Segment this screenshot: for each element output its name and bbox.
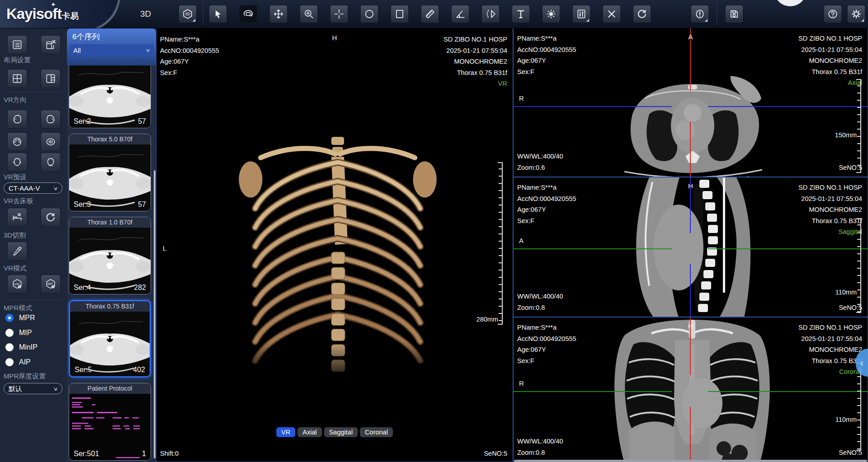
series-panel: Ser:2 57 Thorax 5.0 B70f Ser:3 57 Thorax… <box>67 28 156 462</box>
coronal-ct-image <box>597 317 787 462</box>
mpr-mode-label: MPR模式 <box>4 304 32 313</box>
mip-mode-button[interactable]: MIP <box>41 275 61 294</box>
head-front-button[interactable] <box>7 153 27 172</box>
svg-text:MIP: MIP <box>47 282 53 285</box>
app-logo: ✦ Kayisoft卡易 <box>0 0 122 28</box>
series-thumbnail-3[interactable]: Thorax 1.0 B70f Ser:4 282 <box>69 217 151 294</box>
minip-radio-option[interactable]: MinIP <box>5 343 38 351</box>
orientation-label: Saggital <box>798 226 862 238</box>
layout-remove-button[interactable] <box>41 35 61 54</box>
settings-button[interactable] <box>847 5 865 23</box>
aip-radio-option[interactable]: AIP <box>5 358 31 366</box>
text-tool-button[interactable] <box>512 5 530 23</box>
radio-selected-icon[interactable] <box>5 314 14 322</box>
radio-icon[interactable] <box>5 358 14 366</box>
ellipse-tool-button[interactable] <box>360 5 378 23</box>
series-thumbnail-2[interactable]: Thorax 5.0 B70f Ser:3 57 <box>69 134 151 211</box>
help-button[interactable] <box>824 5 842 23</box>
patient-info-overlay: PName:S***a AccNO:0004920555 Age:067Y Se… <box>517 182 576 226</box>
series-number-overlay: SeNO:5 <box>839 302 862 313</box>
saggital-viewport[interactable]: PName:S***a AccNO:0004920555 Age:067Y Se… <box>513 177 868 317</box>
axial-viewport[interactable]: PName:S***a AccNO:0004920555 Age:067Y Se… <box>513 28 868 177</box>
vr-preset-dropdown[interactable]: CT-AAA-V∨ <box>4 182 62 194</box>
series-filter-dropdown[interactable]: All ∨ <box>69 44 154 56</box>
coronal-viewport[interactable]: PName:S***a AccNO:0004920555 Age:067Y Se… <box>513 317 868 462</box>
scalpel-button[interactable] <box>7 242 27 261</box>
crosshair-horizontal-green[interactable] <box>514 391 672 392</box>
rectangle-tool-button[interactable] <box>391 5 409 23</box>
vr-mode-button[interactable]: VR <box>7 275 27 294</box>
study-info-overlay: SD ZIBO NO.1 HOSP 2025-01-21 07:55:04 MO… <box>798 182 862 238</box>
zoom-button[interactable] <box>300 5 318 23</box>
radio-icon[interactable] <box>5 329 14 337</box>
mpr-radio-option[interactable]: MPR <box>5 314 35 322</box>
cursor-button[interactable] <box>209 5 227 23</box>
patient-age: Age:067Y <box>160 56 219 67</box>
alert-button[interactable] <box>691 5 709 23</box>
vr-view-button[interactable]: VR <box>276 427 295 437</box>
head-right-button[interactable] <box>41 110 61 129</box>
brightness-button[interactable] <box>542 5 560 23</box>
remove-bed-button[interactable] <box>7 208 27 227</box>
series-number-overlay: SeNO:5 <box>484 448 507 459</box>
crosshair-horizontal-blue[interactable] <box>708 106 868 107</box>
head-bottom-button[interactable] <box>41 132 61 151</box>
delete-button[interactable] <box>603 5 621 23</box>
radio-icon[interactable] <box>5 343 14 351</box>
window-level-button[interactable] <box>572 5 590 23</box>
crosshair-horizontal-green[interactable] <box>708 391 868 392</box>
grid-2x2-button[interactable] <box>7 69 27 88</box>
mpr-thickness-dropdown[interactable]: 默认∨ <box>4 383 62 394</box>
head-left-button[interactable] <box>7 110 27 129</box>
patient-name: PName:S***a <box>517 182 576 193</box>
mip-radio-label: MIP <box>19 329 32 337</box>
series-scrollbar[interactable] <box>154 170 156 458</box>
angle-tool-button[interactable] <box>451 5 469 23</box>
series-thumbnail-5[interactable]: Patient Protocol Ser:501 1 <box>69 383 151 461</box>
accession-number: AccNO:0004920555 <box>160 45 219 56</box>
scalpel-icon <box>11 245 23 257</box>
vr-viewport[interactable]: PName:S***a AccNO:0004920555 Age:067Y Se… <box>156 28 513 462</box>
help-icon <box>827 9 838 19</box>
layout-split-right-button[interactable] <box>41 69 61 88</box>
reset-bed-button[interactable] <box>41 208 61 227</box>
head-top-button[interactable] <box>7 132 27 151</box>
user-avatar[interactable] <box>774 0 807 6</box>
svg-text:3D: 3D <box>185 12 190 16</box>
head-back-button[interactable] <box>41 153 61 172</box>
top-toolbar: ✦ Kayisoft卡易 3D 3D <box>0 0 868 28</box>
mip-radio-option[interactable]: MIP <box>5 329 32 337</box>
zoom-icon <box>303 9 314 19</box>
window-level-icon <box>576 9 587 19</box>
scale-ruler <box>499 162 503 325</box>
crosshair-vertical-red[interactable] <box>690 121 691 177</box>
layout-list-button[interactable] <box>7 35 27 54</box>
view-3d-button[interactable]: 3D <box>179 5 197 23</box>
save-button[interactable] <box>725 5 743 23</box>
svg-text:VR: VR <box>14 282 19 286</box>
axial-view-button[interactable]: Axial <box>297 427 321 437</box>
crosshair-button[interactable] <box>330 5 348 23</box>
saggital-view-button[interactable]: Saggital <box>324 427 358 437</box>
ruler-tool-button[interactable] <box>421 5 439 23</box>
series-image-count: 57 <box>138 117 146 126</box>
series-thumbnail-4-selected[interactable]: Thorax 0.75 B31f Ser:5 402 <box>69 300 151 378</box>
coronal-view-button[interactable]: Coronal <box>360 427 393 437</box>
crosshair-horizontal-blue[interactable] <box>514 106 672 107</box>
series-title: Thorax 0.75 B31f <box>70 301 150 312</box>
reset-button[interactable] <box>633 5 651 23</box>
crosshair-horizontal-green[interactable] <box>708 248 868 249</box>
patient-sex: Sex:F <box>517 355 576 367</box>
crosshair-vertical-blue[interactable] <box>690 264 691 317</box>
horizontal-scrollbar[interactable] <box>514 460 867 462</box>
brightness-icon <box>546 9 557 19</box>
cobb-angle-tool-button[interactable] <box>481 5 500 23</box>
scale-ruler <box>857 363 861 451</box>
series-number: Ser:501 <box>74 450 99 458</box>
crosshair-vertical-red[interactable] <box>690 407 691 462</box>
pan-button[interactable] <box>269 5 288 23</box>
cobb-angle-tool-icon <box>485 9 496 19</box>
crosshair-horizontal-green[interactable] <box>514 248 672 249</box>
rotate-3d-button[interactable] <box>239 5 257 23</box>
patient-age: Age:067Y <box>517 204 576 215</box>
